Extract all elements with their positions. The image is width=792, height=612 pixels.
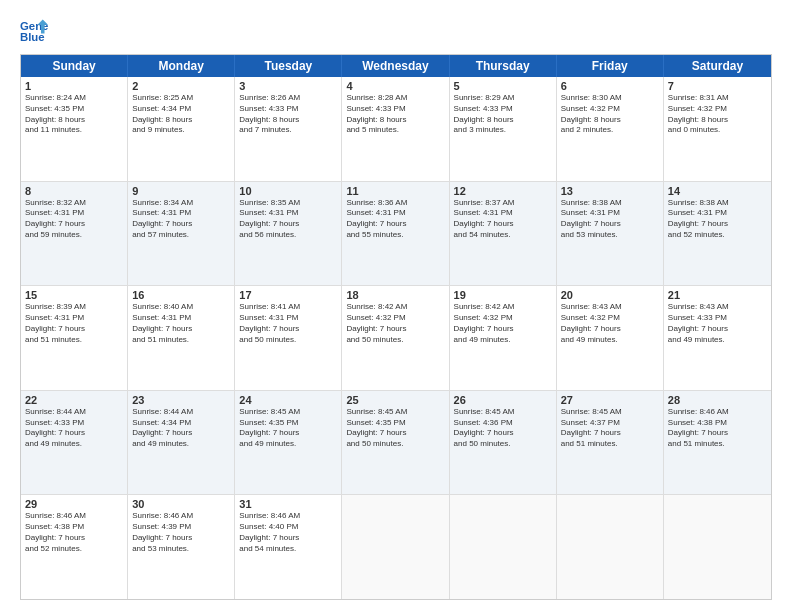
day-number: 1 [25,80,123,92]
calendar-row: 15Sunrise: 8:39 AM Sunset: 4:31 PM Dayli… [21,286,771,391]
day-number: 2 [132,80,230,92]
header-cell-sunday: Sunday [21,55,128,77]
day-details: Sunrise: 8:46 AM Sunset: 4:40 PM Dayligh… [239,511,337,554]
page: General Blue SundayMondayTuesdayWednesda… [0,0,792,612]
svg-text:Blue: Blue [20,31,45,43]
day-details: Sunrise: 8:45 AM Sunset: 4:36 PM Dayligh… [454,407,552,450]
day-number: 29 [25,498,123,510]
day-number: 26 [454,394,552,406]
day-number: 13 [561,185,659,197]
calendar-cell: 14Sunrise: 8:38 AM Sunset: 4:31 PM Dayli… [664,182,771,286]
day-details: Sunrise: 8:30 AM Sunset: 4:32 PM Dayligh… [561,93,659,136]
day-number: 11 [346,185,444,197]
calendar-cell: 22Sunrise: 8:44 AM Sunset: 4:33 PM Dayli… [21,391,128,495]
day-number: 8 [25,185,123,197]
day-details: Sunrise: 8:26 AM Sunset: 4:33 PM Dayligh… [239,93,337,136]
calendar-cell: 18Sunrise: 8:42 AM Sunset: 4:32 PM Dayli… [342,286,449,390]
day-number: 17 [239,289,337,301]
day-details: Sunrise: 8:32 AM Sunset: 4:31 PM Dayligh… [25,198,123,241]
day-details: Sunrise: 8:29 AM Sunset: 4:33 PM Dayligh… [454,93,552,136]
day-number: 28 [668,394,767,406]
calendar-cell: 5Sunrise: 8:29 AM Sunset: 4:33 PM Daylig… [450,77,557,181]
day-number: 14 [668,185,767,197]
calendar-cell: 19Sunrise: 8:42 AM Sunset: 4:32 PM Dayli… [450,286,557,390]
day-details: Sunrise: 8:45 AM Sunset: 4:35 PM Dayligh… [346,407,444,450]
calendar-cell: 17Sunrise: 8:41 AM Sunset: 4:31 PM Dayli… [235,286,342,390]
calendar-body: 1Sunrise: 8:24 AM Sunset: 4:35 PM Daylig… [21,77,771,599]
day-details: Sunrise: 8:44 AM Sunset: 4:34 PM Dayligh… [132,407,230,450]
calendar-cell: 16Sunrise: 8:40 AM Sunset: 4:31 PM Dayli… [128,286,235,390]
calendar-cell: 4Sunrise: 8:28 AM Sunset: 4:33 PM Daylig… [342,77,449,181]
calendar: SundayMondayTuesdayWednesdayThursdayFrid… [20,54,772,600]
day-details: Sunrise: 8:44 AM Sunset: 4:33 PM Dayligh… [25,407,123,450]
day-number: 23 [132,394,230,406]
calendar-cell: 15Sunrise: 8:39 AM Sunset: 4:31 PM Dayli… [21,286,128,390]
day-details: Sunrise: 8:28 AM Sunset: 4:33 PM Dayligh… [346,93,444,136]
header-cell-tuesday: Tuesday [235,55,342,77]
calendar-cell: 3Sunrise: 8:26 AM Sunset: 4:33 PM Daylig… [235,77,342,181]
day-details: Sunrise: 8:31 AM Sunset: 4:32 PM Dayligh… [668,93,767,136]
day-details: Sunrise: 8:46 AM Sunset: 4:38 PM Dayligh… [668,407,767,450]
calendar-cell: 20Sunrise: 8:43 AM Sunset: 4:32 PM Dayli… [557,286,664,390]
header-cell-monday: Monday [128,55,235,77]
calendar-cell [342,495,449,599]
day-number: 24 [239,394,337,406]
day-details: Sunrise: 8:34 AM Sunset: 4:31 PM Dayligh… [132,198,230,241]
calendar-cell: 23Sunrise: 8:44 AM Sunset: 4:34 PM Dayli… [128,391,235,495]
day-details: Sunrise: 8:36 AM Sunset: 4:31 PM Dayligh… [346,198,444,241]
day-number: 25 [346,394,444,406]
day-details: Sunrise: 8:25 AM Sunset: 4:34 PM Dayligh… [132,93,230,136]
day-number: 15 [25,289,123,301]
logo-icon: General Blue [20,16,48,44]
day-number: 12 [454,185,552,197]
day-number: 18 [346,289,444,301]
day-details: Sunrise: 8:43 AM Sunset: 4:33 PM Dayligh… [668,302,767,345]
header-cell-saturday: Saturday [664,55,771,77]
calendar-cell: 2Sunrise: 8:25 AM Sunset: 4:34 PM Daylig… [128,77,235,181]
day-details: Sunrise: 8:37 AM Sunset: 4:31 PM Dayligh… [454,198,552,241]
day-details: Sunrise: 8:35 AM Sunset: 4:31 PM Dayligh… [239,198,337,241]
calendar-cell: 31Sunrise: 8:46 AM Sunset: 4:40 PM Dayli… [235,495,342,599]
calendar-cell: 29Sunrise: 8:46 AM Sunset: 4:38 PM Dayli… [21,495,128,599]
day-details: Sunrise: 8:38 AM Sunset: 4:31 PM Dayligh… [561,198,659,241]
day-number: 6 [561,80,659,92]
day-details: Sunrise: 8:24 AM Sunset: 4:35 PM Dayligh… [25,93,123,136]
calendar-cell: 24Sunrise: 8:45 AM Sunset: 4:35 PM Dayli… [235,391,342,495]
header-cell-thursday: Thursday [450,55,557,77]
day-details: Sunrise: 8:38 AM Sunset: 4:31 PM Dayligh… [668,198,767,241]
calendar-cell: 10Sunrise: 8:35 AM Sunset: 4:31 PM Dayli… [235,182,342,286]
calendar-cell: 8Sunrise: 8:32 AM Sunset: 4:31 PM Daylig… [21,182,128,286]
day-number: 21 [668,289,767,301]
calendar-cell: 28Sunrise: 8:46 AM Sunset: 4:38 PM Dayli… [664,391,771,495]
day-number: 30 [132,498,230,510]
day-details: Sunrise: 8:45 AM Sunset: 4:37 PM Dayligh… [561,407,659,450]
day-details: Sunrise: 8:46 AM Sunset: 4:38 PM Dayligh… [25,511,123,554]
day-details: Sunrise: 8:43 AM Sunset: 4:32 PM Dayligh… [561,302,659,345]
day-number: 7 [668,80,767,92]
calendar-cell: 21Sunrise: 8:43 AM Sunset: 4:33 PM Dayli… [664,286,771,390]
calendar-cell: 13Sunrise: 8:38 AM Sunset: 4:31 PM Dayli… [557,182,664,286]
day-details: Sunrise: 8:41 AM Sunset: 4:31 PM Dayligh… [239,302,337,345]
day-details: Sunrise: 8:45 AM Sunset: 4:35 PM Dayligh… [239,407,337,450]
day-number: 3 [239,80,337,92]
calendar-cell: 30Sunrise: 8:46 AM Sunset: 4:39 PM Dayli… [128,495,235,599]
day-details: Sunrise: 8:46 AM Sunset: 4:39 PM Dayligh… [132,511,230,554]
calendar-row: 22Sunrise: 8:44 AM Sunset: 4:33 PM Dayli… [21,391,771,496]
day-number: 27 [561,394,659,406]
day-number: 5 [454,80,552,92]
day-details: Sunrise: 8:40 AM Sunset: 4:31 PM Dayligh… [132,302,230,345]
calendar-cell [557,495,664,599]
calendar-cell: 9Sunrise: 8:34 AM Sunset: 4:31 PM Daylig… [128,182,235,286]
logo: General Blue [20,16,54,44]
day-number: 22 [25,394,123,406]
day-details: Sunrise: 8:42 AM Sunset: 4:32 PM Dayligh… [346,302,444,345]
day-number: 20 [561,289,659,301]
day-number: 10 [239,185,337,197]
calendar-header: SundayMondayTuesdayWednesdayThursdayFrid… [21,55,771,77]
calendar-cell: 11Sunrise: 8:36 AM Sunset: 4:31 PM Dayli… [342,182,449,286]
calendar-cell [450,495,557,599]
day-number: 9 [132,185,230,197]
calendar-cell: 6Sunrise: 8:30 AM Sunset: 4:32 PM Daylig… [557,77,664,181]
calendar-cell: 7Sunrise: 8:31 AM Sunset: 4:32 PM Daylig… [664,77,771,181]
calendar-cell: 12Sunrise: 8:37 AM Sunset: 4:31 PM Dayli… [450,182,557,286]
